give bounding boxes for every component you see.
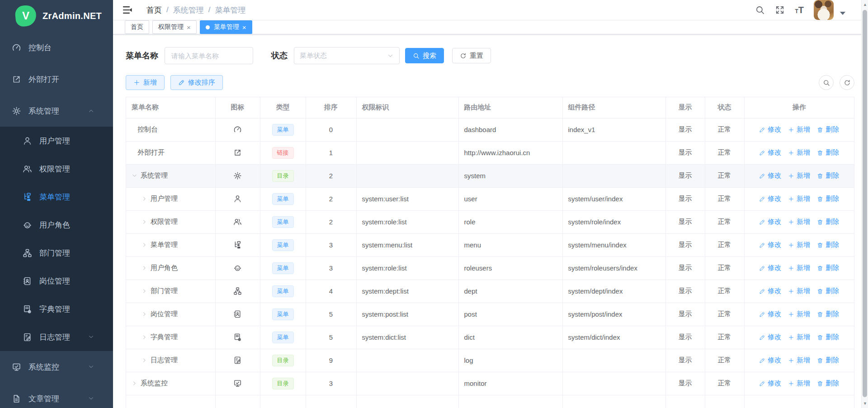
tree-expand-icon[interactable] — [142, 334, 147, 340]
row-edit-link[interactable]: 修改 — [759, 195, 781, 203]
row-delete-link[interactable]: 删除 — [817, 333, 839, 342]
row-add-link[interactable]: 新增 — [788, 171, 810, 180]
row-add-link[interactable]: 新增 — [788, 218, 810, 226]
reset-button[interactable]: 重置 — [452, 48, 491, 63]
row-add-link[interactable]: 新增 — [788, 195, 810, 203]
search-icon[interactable] — [755, 5, 765, 15]
tree-expand-icon[interactable] — [142, 311, 147, 317]
row-delete-link[interactable]: 删除 — [817, 287, 839, 295]
row-add-link[interactable]: 新增 — [788, 379, 810, 388]
order-value: 2 — [306, 187, 356, 210]
row-add-link[interactable]: 新增 — [788, 333, 810, 342]
add-button[interactable]: 新增 — [126, 75, 165, 90]
sidebar-item-dept-mgmt[interactable]: 部门管理 — [0, 239, 113, 267]
row-edit-link[interactable]: 修改 — [759, 379, 781, 388]
visible-value: 显示 — [665, 326, 705, 349]
refresh-button[interactable] — [840, 75, 854, 90]
row-delete-link[interactable]: 删除 — [817, 264, 839, 272]
tree-expand-icon[interactable] — [142, 357, 147, 363]
menu-name: 系统管理 — [141, 171, 168, 180]
row-edit-link[interactable]: 修改 — [759, 218, 781, 226]
sidebar-item-role-mgmt[interactable]: 权限管理 — [0, 155, 113, 183]
row-add-link[interactable]: 新增 — [788, 356, 810, 365]
tab-menu-mgmt[interactable]: 菜单管理 — [200, 20, 252, 34]
tree-collapse-icon[interactable] — [132, 173, 137, 179]
edit-icon — [759, 288, 765, 294]
sidebar-item-dict-mgmt[interactable]: 字典管理 — [0, 295, 113, 323]
font-size-icon[interactable] — [795, 5, 804, 14]
sidebar-item-user-mgmt[interactable]: 用户管理 — [0, 127, 113, 155]
edit-sort-button[interactable]: 修改排序 — [170, 75, 223, 90]
tab-home[interactable]: 首页 — [125, 20, 149, 34]
row-edit-link[interactable]: 修改 — [759, 125, 781, 134]
component-value: system/roleusers/index — [562, 256, 665, 280]
perm-value — [356, 164, 458, 187]
row-edit-link[interactable]: 修改 — [759, 356, 781, 365]
tree-expand-icon[interactable] — [142, 265, 147, 271]
sidebar-item-log-mgmt[interactable]: 日志管理 — [0, 323, 113, 351]
row-add-link[interactable]: 新增 — [788, 287, 810, 295]
sidebar-item-user-role[interactable]: 用户角色 — [0, 211, 113, 239]
tab-label: 首页 — [131, 23, 143, 31]
fullscreen-icon[interactable] — [775, 5, 785, 15]
avatar[interactable] — [814, 0, 834, 20]
search-button[interactable]: 搜索 — [405, 48, 444, 63]
row-edit-link[interactable]: 修改 — [759, 241, 781, 249]
plus-icon — [788, 242, 794, 248]
row-delete-link[interactable]: 删除 — [817, 379, 839, 388]
row-edit-link[interactable]: 修改 — [759, 310, 781, 318]
tree-expand-icon[interactable] — [142, 219, 147, 225]
tree-expand-icon[interactable] — [142, 288, 147, 294]
col-icon: 图标 — [215, 97, 260, 118]
row-edit-link[interactable]: 修改 — [759, 264, 781, 272]
row-delete-link[interactable]: 删除 — [817, 171, 839, 180]
row-delete-link[interactable]: 删除 — [817, 195, 839, 203]
trash-icon — [817, 173, 823, 179]
row-delete-link[interactable]: 删除 — [817, 148, 839, 157]
search-icon — [823, 79, 830, 86]
scrollbar-thumb[interactable] — [863, 10, 867, 397]
menu-name-input[interactable] — [165, 47, 253, 64]
row-add-link[interactable]: 新增 — [788, 125, 810, 134]
row-delete-link[interactable]: 删除 — [817, 356, 839, 365]
row-add-link[interactable]: 新增 — [788, 264, 810, 272]
page-scrollbar[interactable] — [861, 0, 868, 408]
user-menu-caret-icon[interactable] — [840, 12, 845, 15]
robot-icon — [23, 220, 32, 230]
scroll-up-icon[interactable] — [862, 2, 868, 7]
sidebar-item-system-monitor[interactable]: 系统监控 — [0, 351, 113, 383]
refresh-icon — [844, 79, 851, 86]
row-add-link[interactable]: 新增 — [788, 148, 810, 157]
sidebar-item-system-mgmt[interactable]: 系统管理 — [0, 95, 113, 127]
row-delete-link[interactable]: 删除 — [817, 241, 839, 249]
sidebar-item-dashboard[interactable]: 控制台 — [0, 32, 113, 63]
tree-expand-icon[interactable] — [142, 196, 147, 202]
sidebar-item-article-mgmt[interactable]: 文章管理 — [0, 383, 113, 408]
breadcrumb-home[interactable]: 首页 — [146, 5, 162, 15]
row-edit-link[interactable]: 修改 — [759, 148, 781, 157]
tree-expand-icon[interactable] — [142, 242, 147, 248]
close-icon[interactable] — [187, 24, 191, 31]
row-add-link[interactable]: 新增 — [788, 310, 810, 318]
show-search-button[interactable] — [819, 75, 834, 90]
status-value: 正常 — [705, 141, 744, 164]
sidebar-item-post-mgmt[interactable]: 岗位管理 — [0, 267, 113, 295]
sidebar-item-menu-mgmt[interactable]: 菜单管理 — [0, 183, 113, 211]
menu-status-select[interactable]: 菜单状态 — [294, 47, 400, 64]
row-delete-link[interactable]: 删除 — [817, 218, 839, 226]
scroll-down-icon[interactable] — [862, 401, 868, 406]
row-add-link[interactable]: 新增 — [788, 241, 810, 249]
row-delete-link[interactable]: 删除 — [817, 125, 839, 134]
row-edit-link[interactable]: 修改 — [759, 171, 781, 180]
row-edit-link[interactable]: 修改 — [759, 333, 781, 342]
trash-icon — [817, 357, 823, 364]
close-icon[interactable] — [242, 24, 246, 31]
row-edit-link[interactable]: 修改 — [759, 287, 781, 295]
tab-role-mgmt[interactable]: 权限管理 — [152, 20, 197, 34]
row-delete-link[interactable]: 删除 — [817, 310, 839, 318]
trash-icon — [817, 265, 823, 271]
sidebar-item-external-open[interactable]: 外部打开 — [0, 63, 113, 95]
tree-expand-icon[interactable] — [132, 380, 137, 386]
refresh-icon — [460, 52, 467, 59]
sidebar-collapse-icon[interactable] — [122, 5, 133, 15]
